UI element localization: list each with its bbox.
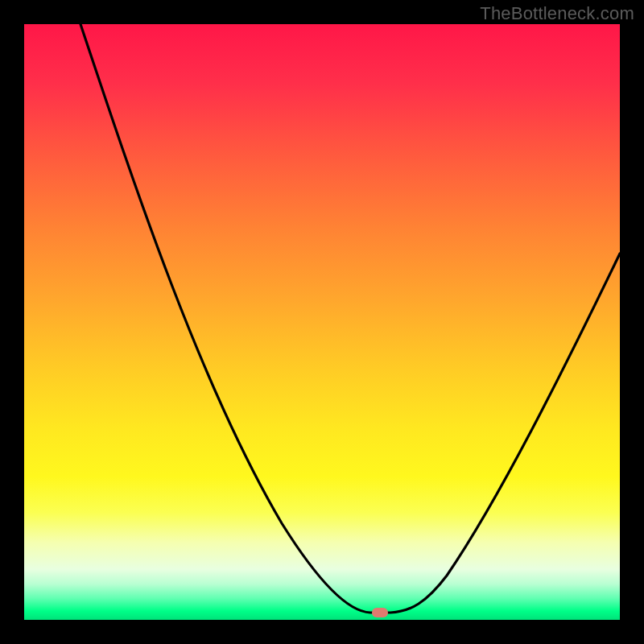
chart-frame: TheBottleneck.com [0, 0, 644, 644]
plot-area [24, 24, 620, 620]
bottleneck-curve-path [80, 24, 620, 613]
optimal-marker [372, 608, 388, 617]
bottleneck-curve-svg [24, 24, 620, 620]
watermark-text: TheBottleneck.com [480, 3, 634, 24]
